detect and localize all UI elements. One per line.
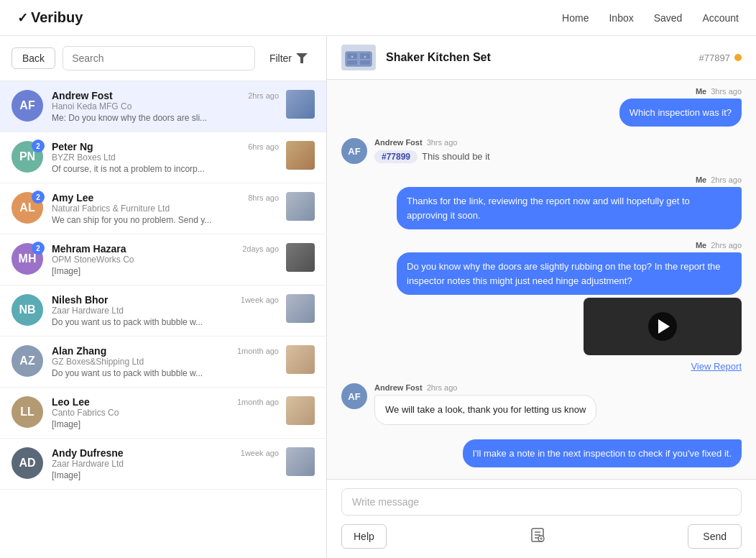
message-input[interactable]: Write message	[341, 488, 742, 516]
unread-badge: 2	[32, 242, 45, 255]
conversation-item[interactable]: AZ Alan Zhang 1month ago GZ Boxes&Shippi…	[0, 337, 326, 388]
msg-time: 3hrs ago	[711, 87, 742, 96]
filter-icon	[296, 53, 308, 63]
conv-name: Amy Lee	[52, 192, 93, 203]
nav-saved[interactable]: Saved	[654, 12, 683, 24]
conv-name: Alan Zhang	[52, 345, 106, 357]
conv-preview: [Image]	[52, 470, 239, 480]
conv-thumb	[286, 192, 315, 221]
conversation-item[interactable]: PN 2 Peter Ng 6hrs ago BYZR Boxes Ltd Of…	[0, 132, 326, 183]
msg-time: 3hrs ago	[427, 138, 458, 147]
conv-preview: Do you want us to pack with bubble w...	[52, 317, 239, 327]
conv-time: 1month ago	[237, 398, 279, 406]
conv-name: Leo Lee	[52, 396, 90, 408]
avatar-wrap: PN 2	[11, 141, 43, 173]
attach-button[interactable]	[525, 523, 550, 549]
tag-chip[interactable]: #77899	[374, 150, 418, 163]
logo: ✓ Veribuy	[17, 9, 83, 26]
svg-point-7	[364, 56, 367, 58]
message-body: Andrew Fost3hrs ago#77899This should be …	[374, 138, 490, 163]
messages-area: AFAndrew Fost2hrs agoYour inspection was…	[327, 80, 756, 479]
message-meta: Me2hrs ago	[696, 241, 742, 250]
conv-company: BYZR Boxes Ltd	[52, 152, 279, 163]
conv-body: Amy Lee 8hrs ago Natural Fabrics & Furni…	[52, 192, 279, 225]
conversation-item[interactable]: LL Leo Lee 1month ago Canto Fabrics Co […	[0, 388, 326, 439]
conv-time: 2hrs ago	[248, 91, 279, 100]
conv-thumb	[286, 294, 315, 323]
avatar-wrap: AF	[11, 90, 43, 122]
conv-top: Mehram Hazara 2days ago	[52, 243, 279, 255]
conv-top: Peter Ng 6hrs ago	[52, 141, 279, 152]
conv-preview: [Image]	[52, 419, 239, 429]
status-dot	[734, 54, 742, 61]
message-group-them: AFAndrew Fost2hrs agoWe will take a look…	[341, 383, 742, 425]
svg-point-6	[351, 56, 354, 58]
back-button[interactable]: Back	[11, 47, 55, 69]
conversation-item[interactable]: AL 2 Amy Lee 8hrs ago Natural Fabrics & …	[0, 183, 326, 234]
conv-preview: We can ship for you no problem. Send y..…	[52, 215, 239, 225]
conv-thumb	[286, 141, 315, 170]
avatar: AZ	[11, 345, 43, 377]
play-button[interactable]	[648, 312, 677, 341]
conv-thumb	[286, 396, 315, 425]
conv-top: Amy Lee 8hrs ago	[52, 192, 279, 203]
msg-sender: Me	[696, 175, 706, 184]
conv-name: Andrew Fost	[52, 90, 113, 101]
message-group-me: Me2hrs agoThanks for the link, reviewing…	[341, 175, 742, 229]
avatar-wrap: AL 2	[11, 192, 43, 224]
chat-ticket: #77897	[699, 52, 742, 63]
avatar-wrap: AZ	[11, 345, 43, 377]
msg-sender: Me	[696, 87, 706, 96]
ticket-number: #77897	[699, 52, 730, 63]
message-meta: Me3hrs ago	[696, 87, 742, 96]
msg-sender: Me	[696, 241, 706, 250]
msg-sender: Andrew Fost	[374, 138, 423, 147]
app-layout: Back Filter AF Andrew Fost 2hrs ago Hano…	[0, 36, 756, 558]
conv-time: 1month ago	[237, 347, 279, 355]
conv-body: Nilesh Bhor 1week ago Zaar Hardware Ltd …	[52, 294, 279, 327]
message-bubble: Do you know why the doors are slightly r…	[397, 252, 742, 295]
play-icon	[658, 319, 670, 334]
conv-preview: Me: Do you know why the doors are sli...	[52, 113, 239, 123]
view-report-link[interactable]: View Report	[691, 361, 742, 372]
msg-time: 2hrs ago	[427, 383, 458, 392]
conv-top: Leo Lee 1month ago	[52, 396, 279, 408]
conv-body: Alan Zhang 1month ago GZ Boxes&Shipping …	[52, 345, 279, 378]
send-button[interactable]: Send	[688, 524, 742, 549]
conv-company: OPM StoneWorks Co	[52, 255, 279, 265]
message-body: Andrew Fost2hrs agoWe will take a look, …	[374, 383, 596, 425]
message-input-area: Write message Help Send	[327, 479, 756, 558]
conv-time: 8hrs ago	[248, 193, 279, 202]
conv-preview: Do you want us to pack with bubble w...	[52, 368, 239, 378]
search-input[interactable]	[63, 46, 255, 70]
avatar-wrap: LL	[11, 396, 43, 428]
nav-inbox[interactable]: Inbox	[609, 12, 633, 24]
conv-body: Andrew Fost 2hrs ago Hanoi Keda MFG Co M…	[52, 90, 279, 123]
conv-top: Nilesh Bhor 1week ago	[52, 294, 279, 306]
nav-account[interactable]: Account	[702, 12, 739, 24]
message-group-them: AFAndrew Fost3hrs ago#77899This should b…	[341, 138, 742, 164]
filter-button[interactable]: Filter	[262, 48, 315, 68]
conv-thumb	[286, 447, 315, 476]
nav-home[interactable]: Home	[562, 12, 589, 24]
conv-preview: [Image]	[52, 266, 239, 276]
conv-company: Canto Fabrics Co	[52, 408, 279, 418]
conversation-item[interactable]: NB Nilesh Bhor 1week ago Zaar Hardware L…	[0, 285, 326, 337]
msg-time: 2hrs ago	[711, 175, 742, 184]
right-panel: Shaker Kitchen Set #77897 AFAndrew Fost2…	[327, 36, 756, 558]
conversation-item[interactable]: AF Andrew Fost 2hrs ago Hanoi Keda MFG C…	[0, 81, 326, 132]
logo-text: Veribuy	[31, 9, 83, 26]
conversation-item[interactable]: MH 2 Mehram Hazara 2days ago OPM StoneWo…	[0, 234, 326, 285]
svg-rect-4	[347, 60, 357, 65]
navbar: ✓ Veribuy Home Inbox Saved Account	[0, 0, 756, 36]
help-button[interactable]: Help	[341, 524, 387, 549]
message-meta: Me2hrs ago	[696, 175, 742, 184]
conversation-item[interactable]: AD Andy Dufresne 1week ago Zaar Hardware…	[0, 439, 326, 490]
message-bubble: Which inspection was it?	[619, 99, 742, 127]
svg-marker-0	[296, 53, 308, 63]
unread-badge: 2	[32, 140, 45, 152]
video-container: View Report	[584, 298, 742, 372]
video-card[interactable]	[584, 298, 742, 355]
message-meta: Andrew Fost2hrs ago	[374, 383, 596, 392]
conv-company: GZ Boxes&Shipping Ltd	[52, 357, 279, 367]
